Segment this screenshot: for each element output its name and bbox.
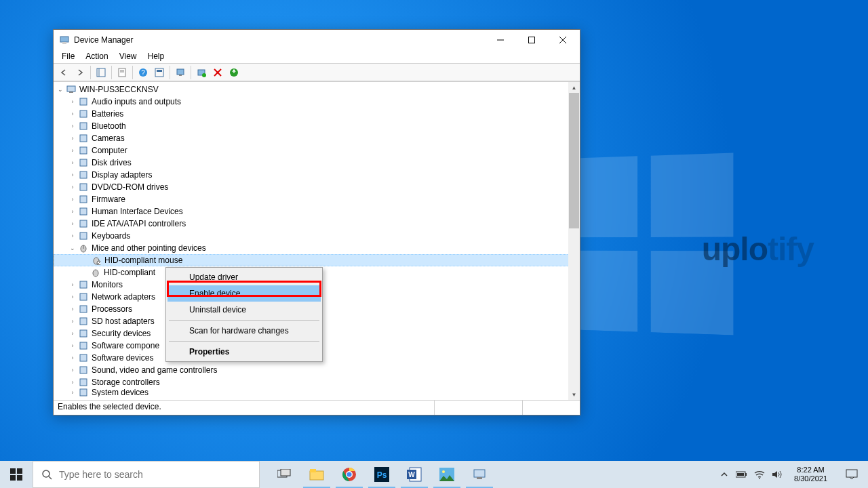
photoshop-icon[interactable]: Ps xyxy=(366,461,398,488)
tree-category[interactable]: ›Cameras xyxy=(54,132,580,144)
tree-category[interactable]: ›Keyboards xyxy=(54,230,580,242)
back-button[interactable] xyxy=(56,65,71,80)
menu-action[interactable]: Action xyxy=(80,50,113,63)
tree-category[interactable]: ›DVD/CD-ROM drives xyxy=(54,181,580,193)
statusbar: Enables the selected device. xyxy=(54,400,580,415)
menu-help[interactable]: Help xyxy=(142,50,170,63)
chevron-right-icon[interactable]: › xyxy=(68,134,77,142)
scroll-down-button[interactable]: ▼ xyxy=(568,389,580,400)
ctx-uninstall-device[interactable]: Uninstall device xyxy=(167,302,321,318)
tray-overflow-button[interactable] xyxy=(718,470,730,479)
ctx-properties[interactable]: Properties xyxy=(167,344,321,360)
wifi-icon[interactable] xyxy=(753,470,766,479)
ctx-scan[interactable]: Scan for hardware changes xyxy=(167,323,321,339)
file-explorer-icon[interactable] xyxy=(300,461,333,488)
menu-file[interactable]: File xyxy=(56,50,80,63)
tree-category-label: Computer xyxy=(92,146,127,155)
taskbar-apps: Ps W xyxy=(268,461,496,488)
chevron-right-icon[interactable]: › xyxy=(68,98,77,106)
tree-device-hid-mouse-1[interactable]: HID-compliant mouse xyxy=(54,254,580,266)
chevron-right-icon[interactable]: › xyxy=(68,329,77,338)
task-view-button[interactable] xyxy=(268,461,300,488)
svg-rect-24 xyxy=(80,98,87,105)
tree-category[interactable]: ›IDE ATA/ATAPI controllers xyxy=(54,218,580,230)
scroll-thumb[interactable] xyxy=(569,93,579,228)
chevron-right-icon[interactable]: › xyxy=(68,378,77,386)
device-category-icon xyxy=(78,169,89,180)
tree-category[interactable]: ›Disk drives xyxy=(54,157,580,169)
device-manager-taskbar-icon[interactable] xyxy=(463,461,496,488)
enable-button[interactable] xyxy=(226,65,241,80)
action-button[interactable] xyxy=(152,65,167,80)
update-driver-button[interactable] xyxy=(194,65,209,80)
titlebar[interactable]: Device Manager xyxy=(54,30,580,50)
uninstall-button[interactable] xyxy=(210,65,225,80)
tree-root[interactable]: ⌄ WIN-PUS3ECCKNSV xyxy=(54,83,580,96)
chevron-right-icon[interactable]: › xyxy=(68,183,77,191)
chevron-right-icon[interactable]: › xyxy=(68,220,77,228)
chevron-right-icon[interactable]: › xyxy=(68,159,77,167)
menubar: File Action View Help xyxy=(54,50,580,64)
chevron-down-icon[interactable]: ⌄ xyxy=(68,244,77,252)
chevron-right-icon[interactable]: › xyxy=(68,171,77,179)
tree-category-label: Batteries xyxy=(92,109,123,119)
chevron-right-icon[interactable]: › xyxy=(68,342,77,350)
tree-category[interactable]: ›Firmware xyxy=(54,193,580,205)
clock[interactable]: 8:22 AM 8/30/2021 xyxy=(789,466,833,483)
svg-rect-14 xyxy=(157,70,162,72)
tree-category[interactable]: ›Display adapters xyxy=(54,169,580,181)
minimize-button[interactable] xyxy=(485,30,516,50)
chevron-down-icon[interactable]: ⌄ xyxy=(56,85,64,94)
chevron-right-icon[interactable]: › xyxy=(68,305,77,313)
chevron-right-icon[interactable]: › xyxy=(68,232,77,240)
forward-button[interactable] xyxy=(73,65,87,80)
chevron-right-icon[interactable]: › xyxy=(68,146,77,155)
tree-category[interactable]: ›Computer xyxy=(54,144,580,157)
show-hide-tree-button[interactable] xyxy=(94,65,108,80)
tree-category[interactable]: ›System devices xyxy=(54,388,580,396)
chevron-right-icon[interactable]: › xyxy=(68,388,77,396)
time-text: 8:22 AM xyxy=(794,466,827,474)
word-icon[interactable]: W xyxy=(398,461,431,488)
chevron-right-icon[interactable]: › xyxy=(68,122,77,130)
chevron-right-icon[interactable]: › xyxy=(68,366,77,374)
search-input[interactable] xyxy=(59,469,251,480)
scroll-up-button[interactable]: ▲ xyxy=(568,82,580,93)
ctx-enable-device[interactable]: Enable device xyxy=(167,285,321,302)
tree-category[interactable]: ›Sound, video and game controllers xyxy=(54,364,580,376)
menu-view[interactable]: View xyxy=(114,50,142,63)
properties-button[interactable] xyxy=(115,65,130,80)
chevron-right-icon[interactable]: › xyxy=(68,281,77,289)
ctx-update-driver[interactable]: Update driver xyxy=(167,269,321,285)
tree-category[interactable]: ›Audio inputs and outputs xyxy=(54,96,580,108)
svg-point-55 xyxy=(43,470,50,477)
svg-rect-47 xyxy=(80,354,87,361)
tree-category-label: Firmware xyxy=(92,195,125,204)
tree-category[interactable]: ›Storage controllers xyxy=(54,376,580,388)
battery-icon[interactable] xyxy=(736,470,748,479)
help-button[interactable]: ? xyxy=(136,65,151,80)
chevron-right-icon[interactable]: › xyxy=(68,293,77,301)
tree-category-label: IDE ATA/ATAPI controllers xyxy=(92,219,186,228)
tree-category[interactable]: ›Batteries xyxy=(54,108,580,120)
chevron-right-icon[interactable]: › xyxy=(68,354,77,362)
volume-icon[interactable] xyxy=(771,470,783,479)
tree-category-mice[interactable]: ⌄ Mice and other pointing devices xyxy=(54,242,580,254)
maximize-button[interactable] xyxy=(516,30,547,50)
search-box[interactable] xyxy=(33,461,260,488)
svg-rect-71 xyxy=(474,470,485,477)
tree-category[interactable]: ›Bluetooth xyxy=(54,120,580,132)
chevron-right-icon[interactable]: › xyxy=(68,317,77,325)
vertical-scrollbar[interactable]: ▲ ▼ xyxy=(568,82,580,400)
close-button[interactable] xyxy=(547,30,578,50)
notifications-button[interactable] xyxy=(838,469,865,480)
start-button[interactable] xyxy=(0,461,33,488)
scan-hardware-button[interactable] xyxy=(173,65,188,80)
chevron-right-icon[interactable]: › xyxy=(68,207,77,216)
chevron-right-icon[interactable]: › xyxy=(68,195,77,203)
tree-category-label: Cameras xyxy=(92,134,125,143)
tree-category[interactable]: ›Human Interface Devices xyxy=(54,205,580,218)
photo-viewer-icon[interactable] xyxy=(431,461,463,488)
chrome-icon[interactable] xyxy=(333,461,366,488)
chevron-right-icon[interactable]: › xyxy=(68,110,77,118)
